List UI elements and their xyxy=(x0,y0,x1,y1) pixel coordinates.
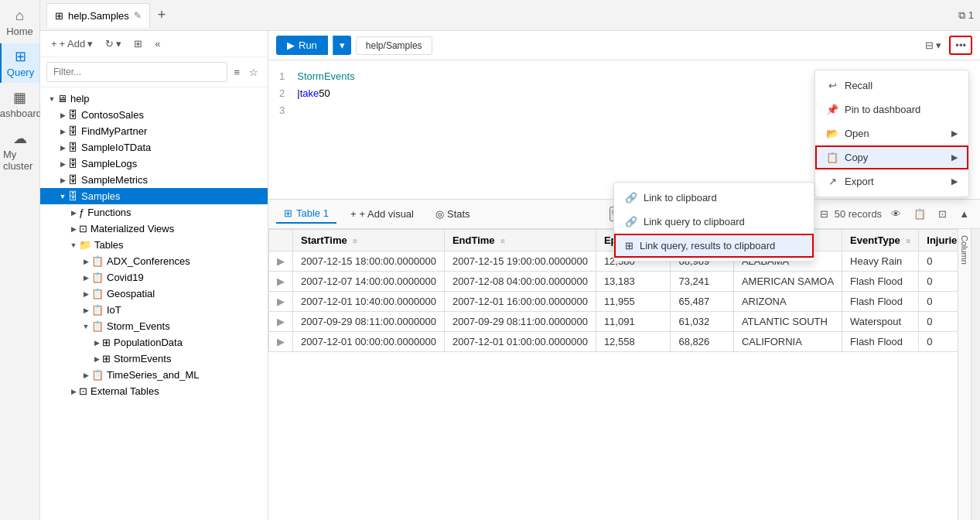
tree-item-tables[interactable]: ▼ 📁 Tables xyxy=(40,237,268,253)
cell-starttime: 2007-12-07 14:00:00.0000000 xyxy=(293,272,445,292)
col-eventid[interactable]: EventId ≡ xyxy=(671,230,733,251)
tree-item-stormevents[interactable]: ▶ ⊞ StormEvents xyxy=(40,351,268,367)
cell-eventtype: Heavy Rain xyxy=(842,251,919,272)
table-icon: ⊞ xyxy=(134,38,142,50)
cell-endtime: 2007-12-15 19:00:00.0000000 xyxy=(444,251,596,272)
tab-help-samples[interactable]: ⊞ help.Samples ✎ xyxy=(46,3,150,28)
copy-button[interactable]: 📋 xyxy=(910,205,929,223)
tree-item-storm-events[interactable]: ▼ 📋 Storm_Events xyxy=(40,318,268,334)
tree-item-external-tables[interactable]: ▶ ⊡ External Tables xyxy=(40,383,268,399)
run-button[interactable]: ▶ Run xyxy=(276,36,328,55)
row-expand-btn[interactable]: ▶ xyxy=(269,312,293,332)
run-icon: ▶ xyxy=(287,39,295,51)
window-icon: ⧉ xyxy=(958,9,965,22)
nav-query[interactable]: ⊞ Query xyxy=(0,43,39,83)
dashboards-icon: ▦ xyxy=(13,89,26,106)
data-table: StartTime ≡ EndTime ≡ EpisodeId ≡ EventI… xyxy=(268,229,958,520)
col-state[interactable]: State ↑ ≡ xyxy=(733,230,842,251)
cell-injuriesdirect: 0 xyxy=(919,312,958,332)
tree-item-contososales[interactable]: ▶ 🗄 ContosoSales xyxy=(40,107,268,123)
db-icon: 🗄 xyxy=(68,190,78,202)
records-icon: ⊟ xyxy=(820,208,828,220)
tree-item-samples[interactable]: ▼ 🗄 Samples xyxy=(40,188,268,204)
more-options-button[interactable]: ••• xyxy=(949,36,972,55)
chevron-right-icon: ▶ xyxy=(80,290,91,298)
col-starttime[interactable]: StartTime ≡ xyxy=(293,230,445,251)
cell-injuriesdirect: 0 xyxy=(919,332,958,352)
layout-button[interactable]: ⊡ xyxy=(935,205,950,223)
nav-dashboards[interactable]: ▦ Dashboards xyxy=(0,84,39,124)
tree-item-timeseries[interactable]: ▶ 📋 TimeSeries_and_ML xyxy=(40,367,268,383)
filter-input[interactable] xyxy=(46,62,227,82)
eye-button[interactable]: 👁 xyxy=(888,205,904,223)
collapse-button[interactable]: « xyxy=(150,36,165,52)
tree-item-materialized-views[interactable]: ▶ ⊡ Materialized Views xyxy=(40,221,268,237)
add-visual-button[interactable]: + + Add visual xyxy=(343,205,422,223)
server-icon: 🖥 xyxy=(57,93,67,104)
row-expand-btn[interactable]: ▶ xyxy=(269,292,293,312)
nav-mycluster[interactable]: ☁ My cluster xyxy=(0,125,39,176)
row-expand-btn[interactable]: ▶ xyxy=(269,332,293,352)
tree-item-iot[interactable]: ▶ 📋 IoT xyxy=(40,302,268,318)
chevron-right-icon: ▶ xyxy=(80,371,91,379)
refresh-button[interactable]: ↻ ▾ xyxy=(101,36,126,52)
col-injuriesdirect[interactable]: InjuriesDirect ≡ xyxy=(919,230,958,251)
tree-item-help[interactable]: ▼ 🖥 help xyxy=(40,91,268,107)
cell-eventtype: Flash Flood xyxy=(842,292,919,312)
chevron-down-icon: ▼ xyxy=(68,241,79,249)
refresh-dropdown-icon: ▾ xyxy=(116,38,121,50)
tree-item-adx-conferences[interactable]: ▶ 📋 ADX_Conferences xyxy=(40,253,268,269)
tree-item-samplelogs[interactable]: ▶ 🗄 SampleLogs xyxy=(40,156,268,172)
table-icon: 📋 xyxy=(91,320,104,332)
nav-home[interactable]: ⌂ Home xyxy=(0,3,39,42)
chevron-right-icon: ▶ xyxy=(57,144,68,152)
tree-item-populationdata[interactable]: ▶ ⊞ PopulationData xyxy=(40,334,268,351)
collapse-results-button[interactable]: ▲ xyxy=(956,205,972,223)
cell-endtime: 2007-12-01 01:00:00.0000000 xyxy=(444,332,596,352)
row-expand-btn[interactable]: ▶ xyxy=(269,251,293,272)
query-editor[interactable]: 1 StormEvents 2 | take 50 3 xyxy=(268,60,980,200)
database-tree: ▼ 🖥 help ▶ 🗄 ContosoSales ▶ 🗄 FindM xyxy=(40,87,268,520)
chevron-right-icon: ▶ xyxy=(57,160,68,168)
db-icon: 🗄 xyxy=(68,125,78,137)
done-status: ● Done (0.318 s) xyxy=(729,208,804,220)
folder-icon: 📁 xyxy=(79,239,91,251)
table-icon: 📋 xyxy=(91,369,104,381)
row-expand-btn[interactable]: ▶ xyxy=(269,272,293,292)
view-icon: ⊡ xyxy=(79,223,87,234)
tree-item-functions[interactable]: ▶ ƒ Functions xyxy=(40,204,268,221)
db-icon: 🗄 xyxy=(68,158,78,169)
vertical-scrollbar[interactable] xyxy=(971,229,980,520)
col-eventtype[interactable]: EventType ≡ xyxy=(842,230,919,251)
tree-item-covid19[interactable]: ▶ 📋 Covid19 xyxy=(40,269,268,286)
tree-item-geospatial[interactable]: ▶ 📋 Geospatial xyxy=(40,286,268,302)
done-icon: ● xyxy=(729,208,735,220)
mycluster-icon: ☁ xyxy=(13,130,27,147)
filter-star-button[interactable]: ☆ xyxy=(246,63,261,81)
divider: | xyxy=(666,208,668,220)
col-episodeid[interactable]: EpisodeId ≡ xyxy=(596,230,671,251)
stats-button[interactable]: ◎ Stats xyxy=(428,205,478,223)
tree-item-findmypartner[interactable]: ▶ 🗄 FindMyPartner xyxy=(40,123,268,139)
search-icon: 🔍 xyxy=(611,208,623,220)
search-button[interactable]: 🔍 Search xyxy=(610,207,660,221)
tree-item-samplemetrics[interactable]: ▶ 🗄 SampleMetrics xyxy=(40,172,268,188)
tree-item-sampleiotdata[interactable]: ▶ 🗄 SampleIoTData xyxy=(40,139,268,156)
chevron-right-icon: ▶ xyxy=(80,274,91,282)
db-icon: 🗄 xyxy=(68,142,78,153)
cell-state: ALABAMA xyxy=(733,251,842,272)
col-endtime[interactable]: EndTime ≡ xyxy=(444,230,596,251)
chevron-right-icon: ▶ xyxy=(57,111,68,119)
chevron-down-icon: ▼ xyxy=(80,323,91,330)
filter-sort-button[interactable]: ≡ xyxy=(230,63,243,81)
column-panel[interactable]: Column xyxy=(958,229,971,520)
tab-edit-button[interactable]: ✎ xyxy=(134,10,142,21)
chevron-right-icon: ▶ xyxy=(68,388,79,395)
add-tab-button[interactable]: + xyxy=(153,7,171,23)
table-button[interactable]: ⊞ xyxy=(129,36,147,52)
col-expand xyxy=(269,230,293,251)
results-tab-table1[interactable]: ⊞ Table 1 xyxy=(276,204,336,224)
run-dropdown-button[interactable]: ▾ xyxy=(333,36,351,55)
add-button[interactable]: + + Add ▾ xyxy=(46,36,97,52)
filter-icon-btn[interactable]: ⊟ ▾ xyxy=(922,36,945,54)
